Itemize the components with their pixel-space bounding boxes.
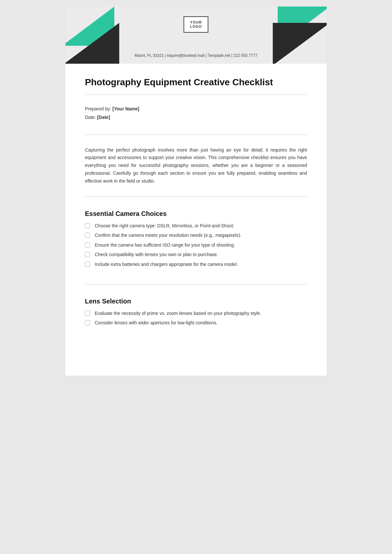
divider-2: [85, 135, 307, 135]
checkbox-icon[interactable]: [85, 223, 90, 228]
checklist-item-text: Confirm that the camera meets your resol…: [95, 232, 241, 239]
checklist-item: Consider lenses with wider apertures for…: [85, 320, 307, 326]
logo-line2: LOGO: [190, 24, 202, 29]
checkbox-icon[interactable]: [85, 311, 90, 316]
section-heading-1: Essential Camera Choices: [85, 210, 307, 218]
checklist-item: Ensure the camera has sufficient ISO ran…: [85, 242, 307, 249]
logo-container: YOUR LOGO: [184, 16, 208, 33]
header: YOUR LOGO Miami, FL 33101 | inquire@blue…: [65, 7, 327, 64]
prepared-value: [Your Name]: [112, 106, 139, 111]
checklist-item-text: Consider lenses with wider apertures for…: [95, 320, 218, 326]
checklist-item-text: Choose the right camera type: DSLR, Mirr…: [95, 223, 234, 229]
checklist-item: Choose the right camera type: DSLR, Mirr…: [85, 223, 307, 229]
checklist-item-text: Check compatibility with lenses you own …: [95, 252, 218, 258]
meta-section: Prepared by: [Your Name] Date: [Date]: [85, 101, 307, 128]
prepared-by-line: Prepared by: [Your Name]: [85, 106, 307, 111]
checkbox-icon[interactable]: [85, 252, 90, 257]
checklist-item-text: Evaluate the necessity of prime vs. zoom…: [95, 310, 261, 317]
section-lens-selection: Lens Selection Evaluate the necessity of…: [85, 291, 307, 336]
date-value: [Date]: [97, 115, 110, 120]
checklist-lens: Evaluate the necessity of prime vs. zoom…: [85, 310, 307, 326]
checkbox-icon[interactable]: [85, 262, 90, 267]
checklist-item: Evaluate the necessity of prime vs. zoom…: [85, 310, 307, 317]
contact-bar: Miami, FL 33101 | inquire@blueleaf.mail …: [65, 53, 327, 58]
checklist-camera: Choose the right camera type: DSLR, Mirr…: [85, 223, 307, 268]
divider-4: [85, 284, 307, 285]
checklist-item: Confirm that the camera meets your resol…: [85, 232, 307, 239]
date-line: Date: [Date]: [85, 115, 307, 120]
logo-box: YOUR LOGO: [184, 16, 208, 33]
section-essential-camera: Essential Camera Choices Choose the righ…: [85, 204, 307, 278]
checkbox-icon[interactable]: [85, 242, 90, 248]
prepared-label: Prepared by: [85, 106, 110, 111]
document-title: Photography Equipment Creative Checklist: [85, 77, 307, 88]
prepared-colon: :: [110, 106, 112, 111]
main-content: Photography Equipment Creative Checklist…: [65, 64, 327, 349]
contact-text: Miami, FL 33101 | inquire@blueleaf.mail …: [135, 53, 257, 58]
logo-line1: YOUR: [190, 20, 202, 24]
checkbox-icon[interactable]: [85, 233, 90, 238]
intro-paragraph: Capturing the perfect photograph involve…: [85, 141, 307, 190]
checkbox-icon[interactable]: [85, 320, 90, 325]
checklist-item-text: Include extra batteries and chargers app…: [95, 261, 238, 268]
section-heading-2: Lens Selection: [85, 298, 307, 305]
checklist-item-text: Ensure the camera has sufficient ISO ran…: [95, 242, 235, 249]
checklist-item: Include extra batteries and chargers app…: [85, 261, 307, 268]
date-label: Date:: [85, 115, 96, 120]
divider-3: [85, 197, 307, 197]
page: YOUR LOGO Miami, FL 33101 | inquire@blue…: [65, 7, 327, 376]
divider-1: [85, 94, 307, 95]
checklist-item: Check compatibility with lenses you own …: [85, 252, 307, 258]
